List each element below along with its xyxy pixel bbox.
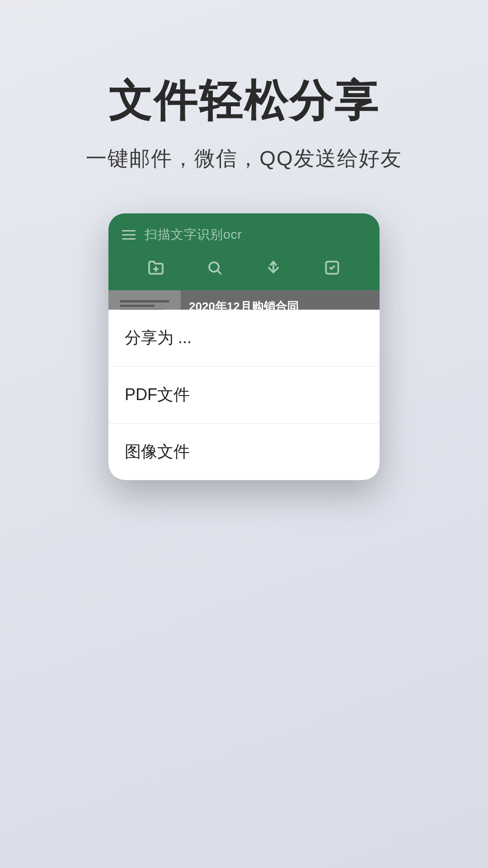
toolbar [122, 254, 366, 281]
search-button[interactable] [201, 254, 228, 281]
select-button[interactable] [319, 254, 346, 281]
sheet-header: 分享为 ... [108, 310, 380, 367]
app-header: 扫描文字识别ocr [108, 213, 380, 290]
svg-line-3 [218, 271, 221, 274]
app-title: 扫描文字识别ocr [145, 226, 242, 243]
hamburger-menu-button[interactable] [122, 230, 136, 240]
add-folder-icon [148, 259, 164, 276]
share-image-option[interactable]: 图像文件 [108, 424, 380, 480]
app-content: 2020年12月购销合同 12/16/2020 [108, 290, 380, 480]
search-icon [206, 259, 223, 276]
sort-icon [265, 259, 282, 276]
add-folder-button[interactable] [142, 254, 169, 281]
sort-button[interactable] [260, 254, 287, 281]
hero-title: 文件轻松分享 [108, 72, 380, 131]
checkbox-icon [324, 259, 340, 276]
bottom-sheet: 分享为 ... PDF文件 图像文件 [108, 310, 380, 480]
share-pdf-option[interactable]: PDF文件 [108, 367, 380, 424]
hero-subtitle: 一键邮件，微信，QQ发送给好友 [86, 145, 402, 173]
phone-mockup: 扫描文字识别ocr [108, 213, 380, 480]
